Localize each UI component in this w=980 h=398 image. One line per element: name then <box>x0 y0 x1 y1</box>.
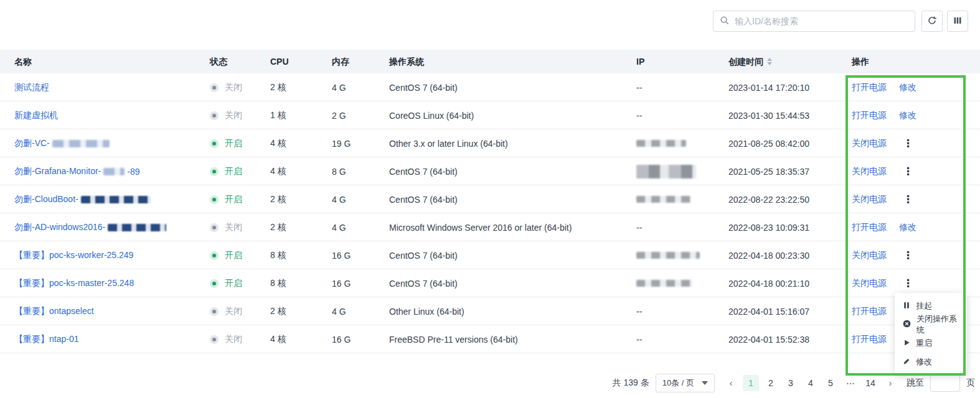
column-header-label: IP <box>636 50 644 73</box>
action-link-power[interactable]: 关闭电源 <box>852 166 887 177</box>
total-count: 共 139 条 <box>613 377 649 389</box>
vm-memory-cell: 4 G <box>332 297 385 325</box>
status-dot-icon <box>210 83 219 92</box>
vm-name-cell: 【重要】poc-ks-worker-25.249 <box>14 241 204 269</box>
vm-name-link[interactable]: 勿删-CloudBoot- <box>14 194 78 205</box>
vm-os-cell: CentOS 7 (64-bit) <box>389 185 633 213</box>
action-link-power[interactable]: 关闭电源 <box>852 278 887 289</box>
menu-item-挂起[interactable]: 挂起 <box>895 297 967 315</box>
status-dot-icon <box>210 195 219 204</box>
vm-os-cell: Microsoft Windows Server 2016 or later (… <box>389 213 633 241</box>
redacted-text <box>636 196 691 203</box>
column-header-actions: 操作 <box>852 50 974 73</box>
action-link-power[interactable]: 关闭电源 <box>852 194 887 205</box>
action-link-power[interactable]: 打开电源 <box>852 334 887 345</box>
vm-ip-cell: -- <box>636 101 725 129</box>
action-link-power[interactable]: 关闭电源 <box>852 250 887 261</box>
vm-name-link[interactable]: -89 <box>127 167 139 177</box>
action-link-edit[interactable]: 修改 <box>899 110 916 121</box>
vm-created-cell: 2022-08-23 10:09:31 <box>728 213 848 241</box>
more-actions-button[interactable]: ⋮ <box>899 185 917 213</box>
table-row: 勿删-CloudBoot-开启2 核4 GCentOS 7 (64-bit)20… <box>0 185 980 213</box>
more-actions-button[interactable]: ⋮ <box>899 241 917 269</box>
column-header-label: 操作 <box>852 50 869 73</box>
more-actions-button[interactable]: ⋮ <box>899 157 917 185</box>
menu-item-修改[interactable]: 修改 <box>895 353 967 371</box>
page-button-14[interactable]: 14 <box>862 375 879 391</box>
table-row: 勿删-VC-开启4 核19 GOther 3.x or later Linux … <box>0 129 980 157</box>
vm-ip-cell <box>636 185 725 213</box>
status-dot-icon <box>210 223 219 232</box>
vm-cpu-cell: 4 核 <box>270 129 327 157</box>
vm-created-cell: 2022-04-01 15:16:07 <box>728 297 848 325</box>
next-page-button[interactable]: › <box>882 375 898 391</box>
vm-name-link[interactable]: 勿删-VC- <box>14 138 50 149</box>
search-box[interactable] <box>713 11 915 32</box>
action-link-power[interactable]: 打开电源 <box>852 306 887 317</box>
vm-status-cell: 关闭 <box>210 325 267 353</box>
vm-name-link[interactable]: 【重要】poc-ks-master-25.248 <box>14 278 134 289</box>
action-link-power[interactable]: 打开电源 <box>852 222 887 233</box>
table-row: 【重要】ontapselect关闭2 核4 GOther Linux (64-b… <box>0 297 980 325</box>
vm-ip-cell: -- <box>636 213 725 241</box>
redacted-text <box>108 224 166 231</box>
action-link-power[interactable]: 关闭电源 <box>852 138 887 149</box>
vm-name-link[interactable]: 【重要】poc-ks-worker-25.249 <box>14 250 133 261</box>
vm-name-link[interactable]: 【重要】ontapselect <box>14 306 94 317</box>
status-dot-icon <box>210 167 219 176</box>
menu-item-重启[interactable]: 重启 <box>895 334 967 353</box>
vm-name-cell: 测试流程 <box>14 73 204 101</box>
vm-created-cell: 2022-04-18 00:21:10 <box>728 269 848 297</box>
action-link-edit[interactable]: 修改 <box>899 222 916 233</box>
refresh-button[interactable] <box>921 11 943 32</box>
vm-name-cell: 新建虚拟机 <box>14 101 204 129</box>
jump-page-input[interactable] <box>930 374 960 392</box>
pages-ellipsis[interactable]: ⋯ <box>842 375 859 391</box>
more-actions-button[interactable]: ⋮ <box>899 129 917 157</box>
vm-name-cell: 【重要】ontapselect <box>14 297 204 325</box>
page-button-5[interactable]: 5 <box>822 375 839 391</box>
vm-created-cell: 2023-01-30 15:44:53 <box>728 101 848 129</box>
column-header-created[interactable]: 创建时间 <box>728 50 848 73</box>
table-row: 【重要】ntap-01关闭4 核16 GFreeBSD Pre-11 versi… <box>0 325 980 353</box>
sort-icon[interactable] <box>767 58 772 65</box>
page-button-1[interactable]: 1 <box>743 375 759 391</box>
status-label: 关闭 <box>225 82 242 93</box>
vm-cpu-cell: 2 核 <box>270 297 327 325</box>
vm-os-cell: CentOS 7 (64-bit) <box>389 269 633 297</box>
redacted-text <box>636 252 700 259</box>
vm-name-link[interactable]: 勿删-Grafana-Monitor- <box>14 166 101 177</box>
cell-text: -- <box>636 83 642 93</box>
vm-name-cell: 勿删-VC- <box>14 129 204 157</box>
vm-name-link[interactable]: 新建虚拟机 <box>14 110 58 121</box>
redacted-text <box>52 140 110 147</box>
vm-memory-cell: 2 G <box>332 101 385 129</box>
vm-name-link[interactable]: 勿删-AD-windows2016- <box>14 222 105 233</box>
vm-cpu-cell: 4 核 <box>270 325 327 353</box>
cell-text: -- <box>636 111 642 121</box>
action-link-edit[interactable]: 修改 <box>899 82 916 93</box>
action-link-power[interactable]: 打开电源 <box>852 110 887 121</box>
table-body: 测试流程关闭2 核4 GCentOS 7 (64-bit)--2023-01-1… <box>0 73 980 353</box>
prev-page-button[interactable]: ‹ <box>723 375 739 391</box>
columns-button[interactable] <box>947 11 968 32</box>
vm-memory-cell: 16 G <box>332 269 385 297</box>
column-header-os: 操作系统 <box>389 50 633 73</box>
page-button-2[interactable]: 2 <box>763 375 779 391</box>
page-button-4[interactable]: 4 <box>803 375 819 391</box>
vm-name-cell: 勿删-Grafana-Monitor--89 <box>14 157 204 185</box>
menu-item-关闭操作系统[interactable]: 关闭操作系统 <box>895 315 967 334</box>
status-label: 关闭 <box>225 306 242 317</box>
action-link-power[interactable]: 打开电源 <box>852 82 887 93</box>
vm-status-cell: 关闭 <box>210 73 267 101</box>
vm-memory-cell: 4 G <box>332 185 385 213</box>
vm-status-cell: 开启 <box>210 241 267 269</box>
vm-name-link[interactable]: 测试流程 <box>14 82 49 93</box>
page-size-select[interactable]: 10条 / 页 <box>656 374 715 392</box>
vm-name-link[interactable]: 【重要】ntap-01 <box>14 334 78 345</box>
page-button-3[interactable]: 3 <box>783 375 799 391</box>
vm-actions-cell: 打开电源修改 <box>852 73 974 101</box>
vm-cpu-cell: 2 核 <box>270 185 327 213</box>
search-input[interactable] <box>735 16 908 26</box>
vm-actions-cell: 关闭电源⋮ <box>852 157 974 185</box>
